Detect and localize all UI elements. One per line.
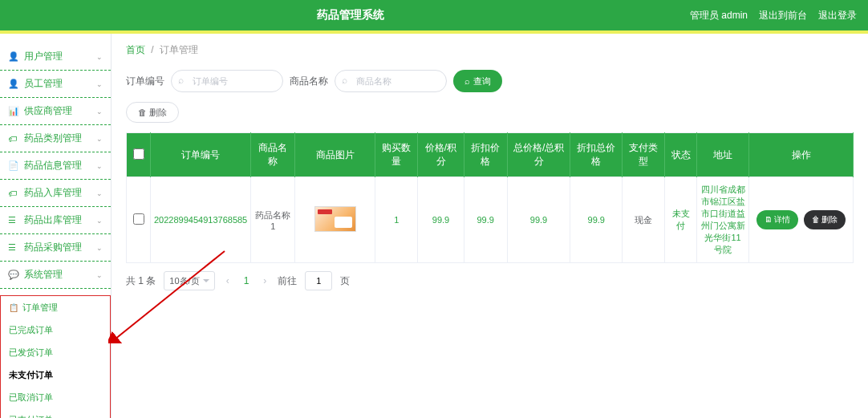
tag-icon: 🏷 (8, 189, 19, 198)
submenu-paid[interactable]: 已支付订单 (1, 408, 110, 418)
submenu-label: 未支付订单 (9, 369, 53, 381)
search-label-product: 商品名称 (290, 75, 328, 88)
submenu-label: 已取消订单 (9, 392, 53, 404)
product-input[interactable] (335, 70, 447, 92)
row-delete-button[interactable]: 🗑 删除 (804, 210, 846, 229)
sidebar-item-system[interactable]: 💬系统管理⌄ (0, 262, 111, 289)
row-delete-label: 删除 (821, 215, 838, 224)
delete-button[interactable]: 🗑 删除 (126, 102, 179, 123)
user-icon: 👤 (8, 79, 19, 89)
submenu-order-mgmt[interactable]: 📋订单管理 (1, 296, 110, 319)
detail-button-label: 详情 (774, 215, 790, 224)
sidebar-submenu: 📋订单管理 已完成订单 已发货订单 未支付订单 已取消订单 已支付订单 (0, 295, 111, 418)
chevron-down-icon: ⌄ (96, 217, 103, 225)
list-icon: ☰ (8, 215, 19, 225)
chevron-down-icon: ⌄ (96, 244, 103, 252)
th-check (127, 133, 151, 177)
chevron-down-icon: ⌄ (96, 53, 103, 61)
next-page-button[interactable]: › (260, 275, 270, 286)
table-head: 订单编号 商品名称 商品图片 购买数量 价格/积分 折扣价格 总价格/总积分 折… (127, 133, 854, 177)
table-row: 2022899454913768585 药品名称1 1 99.9 99.9 99… (127, 177, 854, 263)
sidebar-item-label: 员工管理 (24, 77, 63, 91)
tag-icon: 🏷 (8, 134, 19, 144)
clipboard-icon: 📋 (9, 303, 18, 312)
chevron-down-icon: ⌄ (96, 271, 103, 279)
row-checkbox[interactable] (133, 213, 144, 225)
prev-page-button[interactable]: ‹ (223, 275, 233, 286)
submenu-label: 已发货订单 (9, 347, 53, 359)
sidebar-item-outstock[interactable]: ☰药品出库管理⌄ (0, 207, 111, 234)
submenu-completed[interactable]: 已完成订单 (1, 319, 110, 341)
pagination: 共 1 条 10条/页 ‹ 1 › 前往 页 (126, 271, 854, 290)
search-icon: ⌕ (342, 75, 347, 86)
header-actions: 管理员 admin 退出到前台 退出登录 (690, 9, 857, 22)
chart-icon: 📊 (8, 106, 19, 116)
list-icon: ☰ (8, 242, 19, 253)
search-row: 订单编号 ⌕ 商品名称 ⌕ ⌕查询 (126, 70, 854, 92)
submenu-label: 已完成订单 (9, 324, 53, 336)
th-discount-total: 折扣总价格 (570, 133, 623, 177)
orderno-input[interactable] (171, 70, 283, 92)
header: 药品管理系统 管理员 admin 退出到前台 退出登录 (0, 0, 868, 30)
sidebar-item-staff[interactable]: 👤员工管理⌄ (0, 71, 111, 98)
th-total: 总价格/总积分 (507, 133, 570, 177)
chevron-down-icon: ⌄ (96, 135, 103, 143)
goto-unit: 页 (340, 274, 350, 288)
user-icon: 👤 (8, 51, 19, 62)
sidebar: 👤用户管理⌄ 👤员工管理⌄ 📊供应商管理⌄ 🏷药品类别管理⌄ 📄药品信息管理⌄ … (0, 34, 112, 418)
search-input-wrap: ⌕ (171, 70, 283, 92)
search-button[interactable]: ⌕查询 (453, 70, 502, 92)
detail-button[interactable]: 🗎 详情 (756, 210, 799, 229)
submenu-shipped[interactable]: 已发货订单 (1, 341, 110, 363)
sidebar-item-label: 药品出库管理 (24, 213, 82, 227)
sidebar-item-label: 药品信息管理 (24, 159, 82, 172)
current-page[interactable]: 1 (241, 275, 253, 286)
search-input-wrap: ⌕ (335, 70, 447, 92)
cell-status: 未支付 (665, 177, 697, 263)
submenu-cancelled[interactable]: 已取消订单 (1, 386, 110, 408)
th-orderno: 订单编号 (151, 133, 251, 177)
sidebar-item-users[interactable]: 👤用户管理⌄ (0, 43, 111, 71)
admin-label[interactable]: 管理员 admin (690, 9, 748, 22)
main: 👤用户管理⌄ 👤员工管理⌄ 📊供应商管理⌄ 🏷药品类别管理⌄ 📄药品信息管理⌄ … (0, 34, 868, 418)
orders-table: 订单编号 商品名称 商品图片 购买数量 价格/积分 折扣价格 总价格/总积分 折… (126, 132, 854, 263)
logout-link[interactable]: 退出登录 (818, 9, 857, 22)
sidebar-item-label: 药品入库管理 (24, 186, 82, 200)
chevron-down-icon: ⌄ (96, 108, 103, 116)
product-image (314, 206, 356, 232)
th-actions: 操作 (749, 133, 854, 177)
select-all-checkbox[interactable] (133, 148, 144, 160)
sidebar-item-info[interactable]: 📄药品信息管理⌄ (0, 152, 111, 180)
app-title: 药品管理系统 (11, 8, 690, 22)
sidebar-item-supplier[interactable]: 📊供应商管理⌄ (0, 98, 111, 125)
sidebar-item-label: 供应商管理 (24, 104, 72, 118)
cell-product: 药品名称1 (251, 177, 295, 263)
breadcrumb-sep: / (151, 44, 153, 55)
page-size-select[interactable]: 10条/页 (164, 271, 214, 290)
cell-orderno[interactable]: 2022899454913768585 (151, 177, 251, 263)
goto-input[interactable] (305, 271, 332, 290)
chat-icon: 💬 (8, 270, 19, 280)
content: 首页 / 订单管理 订单编号 ⌕ 商品名称 ⌕ ⌕查询 🗑 删除 (112, 34, 868, 418)
sidebar-item-instock[interactable]: 🏷药品入库管理⌄ (0, 180, 111, 207)
submenu-label: 已支付订单 (9, 414, 53, 419)
search-button-label: 查询 (473, 75, 491, 87)
chevron-down-icon: ⌄ (96, 189, 103, 197)
cell-address: 四川省成都市锦江区盐市口街道益州门公寓新光华街11号院 (697, 177, 749, 263)
th-product: 商品名称 (251, 133, 295, 177)
submenu-unpaid[interactable]: 未支付订单 (1, 363, 110, 386)
chevron-down-icon: ⌄ (96, 162, 103, 170)
th-paytype: 支付类型 (623, 133, 665, 177)
cell-price: 99.9 (418, 177, 464, 263)
to-frontend-link[interactable]: 退出到前台 (759, 9, 807, 22)
sidebar-item-label: 药品采购管理 (24, 241, 82, 254)
bulk-actions: 🗑 删除 (126, 102, 854, 123)
sidebar-item-label: 药品类别管理 (24, 132, 82, 145)
breadcrumb-home[interactable]: 首页 (126, 44, 145, 55)
doc-icon: 📄 (8, 160, 19, 171)
search-icon: ⌕ (178, 75, 184, 86)
cell-discount-total: 99.9 (570, 177, 623, 263)
sidebar-item-purchase[interactable]: ☰药品采购管理⌄ (0, 234, 111, 262)
sidebar-item-category[interactable]: 🏷药品类别管理⌄ (0, 125, 111, 152)
cell-actions: 🗎 详情 🗑 删除 (749, 177, 854, 263)
